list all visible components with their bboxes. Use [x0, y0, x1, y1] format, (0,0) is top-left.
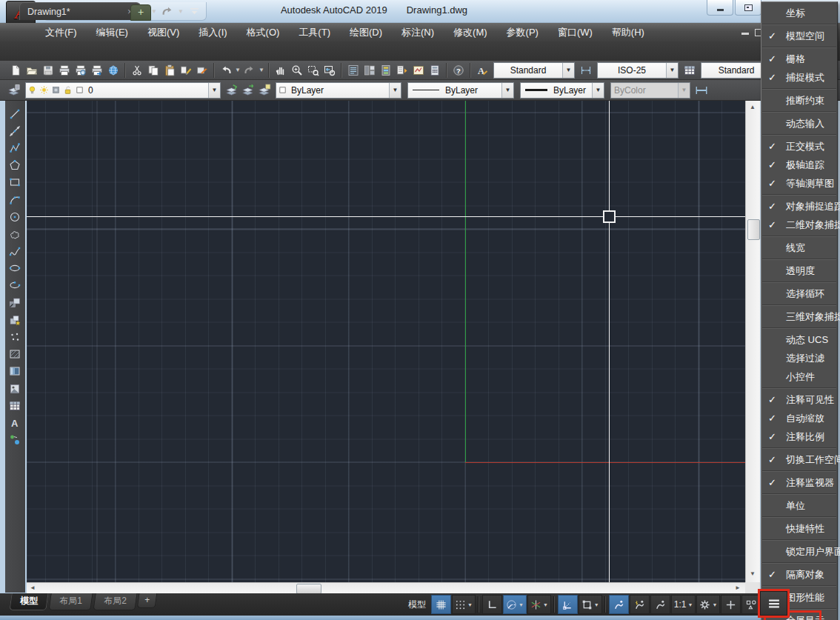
draw-gradient-button[interactable]	[7, 363, 23, 379]
toolbar-plot-preview-button[interactable]	[73, 62, 89, 79]
combo-caret-icon[interactable]: ▼	[501, 83, 513, 98]
draw-revision-cloud-button[interactable]	[7, 226, 23, 242]
toolbar-properties-button[interactable]	[345, 62, 361, 79]
color-combo[interactable]: ByLayer▼	[276, 82, 401, 99]
combo-caret-icon[interactable]: ▼	[666, 63, 678, 78]
right-menu-item[interactable]: ✓栅格	[761, 50, 837, 68]
right-menu-item[interactable]: ✓等轴测草图	[761, 174, 837, 193]
status-isodraft-button[interactable]: ▼	[527, 595, 551, 614]
toolbar-sheet-set-manager-button[interactable]	[394, 62, 410, 79]
status-snap-button[interactable]: ▼	[452, 595, 476, 614]
right-menu-item[interactable]: 动态输入	[761, 114, 837, 133]
right-menu-item[interactable]: 锁定用户界面	[761, 542, 837, 561]
draw-line-button[interactable]	[7, 106, 23, 122]
menu-item-2[interactable]: 视图(V)	[138, 23, 189, 42]
draw-polyline-button[interactable]	[7, 140, 23, 156]
vertical-scrollbar[interactable]: ▲ ▼	[745, 101, 760, 582]
right-menu-item[interactable]: 透明度	[761, 261, 837, 280]
status-annotation-scale-button[interactable]	[650, 595, 670, 614]
draw-table-button[interactable]	[7, 398, 23, 414]
toolbar-help-button[interactable]: ?	[450, 62, 467, 79]
dim-style-combo[interactable]: ISO-25▼	[597, 62, 679, 79]
toolbar-zoom-realtime-button[interactable]	[289, 62, 305, 79]
draw-region-button[interactable]	[7, 381, 23, 397]
draw-create-block-button[interactable]	[7, 312, 23, 328]
status-polar-button[interactable]: ▼	[503, 595, 527, 614]
status-grid-button[interactable]	[431, 595, 451, 614]
status-scale-dropdown-icon[interactable]: ▼	[687, 602, 693, 607]
menu-item-3[interactable]: 插入(I)	[189, 23, 236, 42]
right-menu-item[interactable]: ✓自动缩放	[761, 409, 837, 427]
horizontal-scrollbar[interactable]: ◄ ►	[27, 582, 745, 593]
status-otrack-button[interactable]	[558, 595, 578, 614]
draw-polygon-button[interactable]	[7, 157, 23, 173]
restore-button[interactable]	[735, 0, 761, 16]
toolbar-match-properties-button[interactable]	[178, 62, 194, 79]
right-menu-item[interactable]: ✓注释比例	[761, 427, 837, 446]
menu-item-0[interactable]: 文件(F)	[36, 23, 87, 42]
scroll-right-icon[interactable]: ►	[732, 583, 744, 593]
right-menu-item[interactable]: ✓注释监视器	[761, 473, 837, 492]
toolbar-save-button[interactable]	[40, 62, 56, 79]
toolbar-pan-button[interactable]	[273, 62, 289, 79]
right-menu-item[interactable]: ✓极轴追踪	[761, 156, 837, 174]
toolbar-zoom-window-button[interactable]	[305, 62, 321, 79]
right-menu-item[interactable]: 线宽	[761, 239, 837, 257]
doc-minimize-icon[interactable]	[741, 33, 749, 35]
scroll-down-icon[interactable]: ▼	[747, 569, 759, 579]
text-style-combo[interactable]: Standard▼	[493, 62, 575, 79]
scroll-up-icon[interactable]: ▲	[747, 102, 759, 113]
right-menu-item[interactable]: ✓捕捉模式	[761, 68, 837, 87]
make-object-layer-button[interactable]	[224, 82, 240, 99]
status-snap-dropdown-icon[interactable]: ▼	[467, 602, 473, 607]
draw-arc-button[interactable]	[7, 192, 23, 208]
minimize-button[interactable]	[707, 0, 733, 16]
right-menu-item[interactable]: ✓隔离对象	[761, 565, 837, 584]
new-tab-button[interactable]: +	[130, 4, 151, 21]
menu-item-11[interactable]: 帮助(H)	[602, 23, 654, 42]
status-workspace-gear-button[interactable]: ▼	[696, 595, 720, 614]
menu-item-8[interactable]: 修改(M)	[444, 23, 497, 42]
right-menu-item[interactable]: ✓注释可见性	[761, 390, 837, 409]
status-workspace-gear-dropdown-icon[interactable]: ▼	[712, 602, 717, 607]
toolbar-paste-button[interactable]	[161, 62, 178, 79]
status-isolate-button[interactable]	[721, 595, 741, 614]
right-menu-item[interactable]: ✓切换工作空间	[761, 450, 837, 469]
toolbar-copy-button[interactable]	[145, 62, 161, 79]
status-ortho-button[interactable]	[482, 595, 502, 614]
status-osnap-dropdown-icon[interactable]: ▼	[594, 602, 599, 607]
draw-circle-button[interactable]	[7, 209, 23, 225]
toolbar-text-style-button[interactable]: A	[474, 62, 490, 79]
lineweight-combo[interactable]: ByLayer▼	[520, 82, 604, 99]
toolbar-table-style-button[interactable]	[681, 62, 698, 79]
draw-point-style-button[interactable]	[7, 432, 23, 448]
menu-item-6[interactable]: 绘图(D)	[340, 23, 392, 42]
toolbar-web-publish-button[interactable]	[105, 62, 121, 79]
draw-construction-line-button[interactable]	[7, 123, 23, 139]
toolbar-open-folder-button[interactable]	[24, 62, 40, 79]
right-menu-item[interactable]: 小控件	[761, 367, 837, 386]
lineweight-settings-button[interactable]	[693, 82, 710, 99]
right-menu-item[interactable]: 选择过滤	[761, 349, 837, 367]
toolbar-redo-dropdown-icon[interactable]: ▼	[258, 67, 265, 73]
status-osnap-button[interactable]: ▼	[579, 595, 602, 614]
right-menu-item[interactable]: 快捷特性	[761, 519, 837, 538]
toolbar-plot-button[interactable]	[56, 62, 73, 79]
status-polar-dropdown-icon[interactable]: ▼	[519, 602, 524, 607]
toolbar-design-center-button[interactable]	[361, 62, 378, 79]
drawing-canvas[interactable]	[27, 101, 745, 582]
draw-insert-block-button[interactable]	[7, 295, 23, 311]
draw-hatch-button[interactable]	[7, 346, 23, 362]
toolbar-markup-set-manager-button[interactable]	[410, 62, 427, 79]
right-menu-item[interactable]: ✓正交模式	[761, 137, 837, 156]
status-autoscale-button[interactable]	[630, 595, 650, 614]
menu-item-10[interactable]: 窗口(W)	[548, 23, 602, 42]
toolbar-quick-calc-button[interactable]	[427, 62, 443, 79]
vertical-scroll-thumb[interactable]	[747, 219, 760, 240]
horizontal-scroll-thumb[interactable]	[296, 584, 321, 594]
toolbar-zoom-previous-button[interactable]	[321, 62, 338, 79]
draw-rectangle-button[interactable]	[7, 174, 23, 190]
menu-item-1[interactable]: 编辑(E)	[87, 23, 138, 42]
draw-multiline-text-button[interactable]: A	[7, 415, 23, 431]
customization-menu-button[interactable]	[760, 591, 787, 616]
